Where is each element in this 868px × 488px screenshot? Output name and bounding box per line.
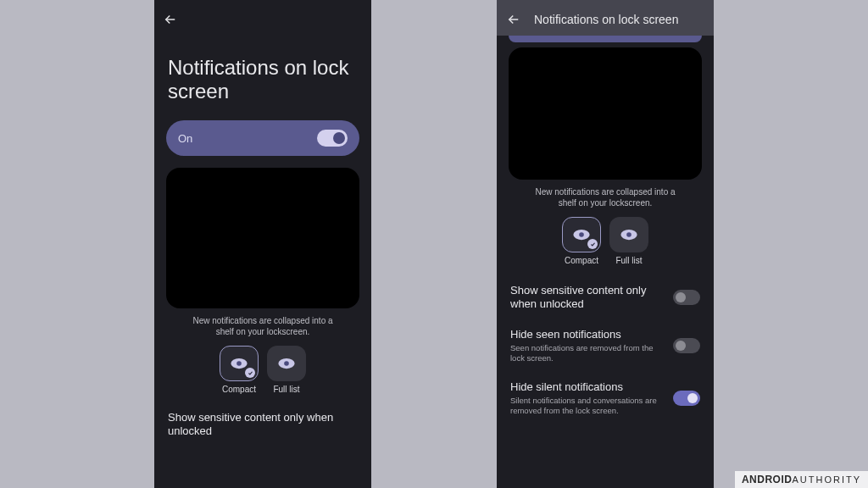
master-toggle[interactable]: On [166, 120, 359, 156]
setting-hide-silent-title: Hide silent notifications [510, 380, 665, 394]
watermark: ANDROIDAUTHORITY [735, 471, 868, 488]
setting-hide-seen-title: Hide seen notifications [510, 328, 665, 341]
svg-point-5 [236, 361, 242, 366]
option-compact[interactable]: Compact [220, 346, 259, 394]
setting-hide-seen[interactable]: Hide seen notifications Seen notificatio… [509, 319, 702, 372]
setting-hide-seen-sub: Seen notifications are removed from the … [510, 343, 665, 363]
setting-sensitive[interactable]: Show sensitive content only when unlocke… [166, 402, 359, 446]
option-full[interactable]: Full list [609, 217, 648, 265]
svg-point-15 [626, 232, 632, 237]
option-full[interactable]: Full list [267, 346, 306, 394]
lockscreen-preview [509, 47, 702, 180]
preview-hint: New notifications are collapsed into a s… [509, 180, 702, 217]
phone-screenshot-right: 16:00 Notifications on lock screen New n… [497, 0, 714, 488]
back-icon[interactable] [163, 12, 178, 27]
setting-sensitive[interactable]: Show sensitive content only when unlocke… [509, 275, 702, 319]
check-icon [245, 368, 255, 378]
master-toggle-peek [509, 36, 702, 42]
layout-options: Compact Full list [166, 346, 359, 394]
watermark-brand1: ANDROID [742, 474, 793, 485]
phone-screenshot-left: 16:00 Notifications on lock screen On Ne… [154, 0, 371, 488]
collapsed-header: Notifications on lock screen [497, 3, 714, 36]
back-icon[interactable] [505, 11, 522, 28]
setting-sensitive-title: Show sensitive content only when unlocke… [510, 284, 665, 311]
setting-hide-silent[interactable]: Hide silent notifications Silent notific… [509, 372, 702, 424]
setting-hide-silent-sub: Silent notifications and conversations a… [510, 396, 665, 416]
watermark-brand2: AUTHORITY [792, 474, 861, 485]
preview-hint: New notifications are collapsed into a s… [166, 308, 359, 346]
option-compact-label: Compact [222, 385, 256, 394]
switch-off-icon[interactable] [673, 290, 700, 305]
option-compact[interactable]: Compact [562, 217, 601, 265]
page-title: Notifications on lock screen [154, 36, 371, 120]
collapsed-header-title: Notifications on lock screen [534, 13, 678, 26]
option-compact-label: Compact [565, 256, 598, 265]
lockscreen-preview [166, 168, 359, 308]
back-row [154, 3, 371, 36]
setting-sensitive-title: Show sensitive content only when unlocke… [168, 411, 358, 438]
layout-options: Compact Full list [509, 217, 702, 265]
eye-full-icon [277, 358, 296, 369]
svg-point-13 [579, 232, 584, 237]
switch-off-icon[interactable] [673, 338, 700, 353]
master-toggle-label: On [178, 132, 192, 145]
eye-compact-icon [230, 358, 248, 369]
option-full-label: Full list [615, 256, 642, 265]
eye-full-icon [620, 229, 638, 241]
svg-point-7 [284, 361, 289, 366]
switch-on-icon [317, 130, 348, 147]
switch-on-icon[interactable] [673, 391, 700, 406]
check-icon [587, 239, 598, 249]
eye-compact-icon [572, 229, 591, 241]
option-full-label: Full list [273, 385, 299, 394]
